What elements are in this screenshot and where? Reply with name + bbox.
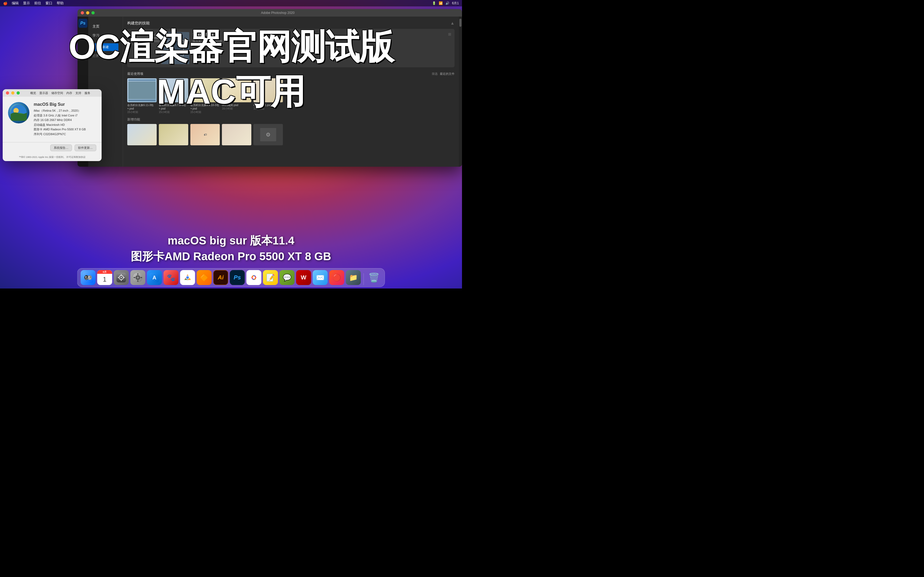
svg-rect-22 [134,277,135,278]
svg-rect-20 [137,273,139,275]
nf-icon: ⚙ [266,131,271,138]
section-title: 构建您的技能 [127,21,150,26]
calendar-day: 1 [103,276,107,283]
scroll-indicator[interactable] [459,19,462,27]
ai-label: Ai [218,274,224,281]
menu-help[interactable]: 帮助 [57,1,64,6]
dock-wechat[interactable]: 💬 [279,270,295,285]
ps-new-function-section: 新增功能 🏷 ⚙ [127,117,454,145]
app1-icon: 🔴 [333,274,341,282]
svg-text:A: A [152,275,156,280]
dock-paw[interactable]: 🐾 [164,270,179,285]
dock-notes[interactable]: 📝 [263,270,278,285]
menu-edit[interactable]: 编辑 [12,1,19,6]
cal-day-area: 1 [103,274,107,285]
dock: 6月 1 [77,268,385,287]
nf-thumb-5: ⚙ [254,124,283,145]
svg-point-39 [253,276,255,279]
mac-startup: 启动磁盘 Macintosh HD [34,122,96,127]
nf-dark-thumb: ⚙ [260,128,276,141]
nf-thumb-1 [127,124,157,145]
wechat-icon: 💬 [283,274,291,282]
wifi-icon: 📶 [439,2,443,5]
calendar-month: 6月 [103,270,107,274]
dock-finder[interactable] [81,270,96,285]
dock-divider [363,273,364,285]
ps-maximize-button[interactable] [91,11,95,15]
apple-menu[interactable]: 🍎 [3,2,8,5]
dock-wps[interactable]: W [296,270,311,285]
dock-settings[interactable] [131,270,145,285]
svg-point-19 [137,276,139,279]
date-time: 6月1 [452,1,459,6]
system-report-button[interactable]: 系统报告… [50,145,72,151]
title-overlay: OC渲染器官网测试版 MAC可用 [5,28,457,116]
trash-icon: 🗑️ [368,272,380,283]
software-update-button[interactable]: 软件更新… [74,145,96,151]
ps-right-panel [459,16,462,167]
dock-mail[interactable]: ✉️ [313,270,328,285]
menu-window[interactable]: 窗口 [45,1,52,6]
dock-files[interactable]: 📁 [346,270,361,285]
svg-point-8 [86,277,87,277]
paw-icon: 🐾 [167,274,175,282]
ps-titlebar: Adobe Photoshop 2020 [78,9,462,16]
window-footer: 系统报告… 软件更新… [3,142,102,155]
nf-thumb-4 [222,124,251,145]
svg-point-9 [89,277,90,277]
mac-graphics: 图形卡 AMD Radeon Pro 5500 XT 8 GB [34,127,96,132]
dock-photos[interactable] [247,270,262,285]
copyright: ™和© 1983-2021 Apple Inc.保留一切权利。 许可证和附加协议 [3,155,102,161]
dock-calendar[interactable]: 6月 1 [97,270,112,285]
dock-launchpad[interactable] [114,270,129,285]
nf-thumb-2 [159,124,188,145]
ps-close-button[interactable] [81,11,84,15]
svg-point-29 [186,276,189,279]
bottom-line1: macOS big sur 版本11.4 [0,233,462,249]
cal-month-bar: 6月 [97,270,112,274]
battery-icon: 🔋 [432,2,436,5]
dock-wangwang[interactable]: 🔶 [197,270,212,285]
title-line2: MAC可用 [5,69,457,116]
ps-minimize-button[interactable] [86,11,89,15]
ps-label: Ps [234,274,241,281]
mac-memory: 内存 16 GB 2667 MHz DDR4 [34,118,96,122]
bottom-line2: 图形卡AMD Radeon Pro 5500 XT 8 GB [0,249,462,264]
dock-ps[interactable]: Ps [230,270,245,285]
dock-app1[interactable]: 🔴 [330,270,344,285]
main-content: OC渲染器官网测试版 MAC可用 概览 显示器 储存空间 内存 支持 服务 [0,6,462,288]
wangwang-icon: 🔶 [200,274,208,282]
sound-icon: 🔊 [446,2,449,5]
menubar: 🍎 编辑 显示 前往 窗口 帮助 🔋 📶 🔊 6月1 [0,0,462,6]
svg-rect-23 [141,277,142,278]
menubar-right: 🔋 📶 🔊 6月1 [432,1,459,6]
nf-thumb-label: 🏷 [191,124,220,145]
wps-icon: W [301,274,306,281]
dock-appstore[interactable]: A [147,270,162,285]
ps-app-icon: Ps [78,19,87,28]
menu-view[interactable]: 显示 [23,1,30,6]
mail-icon: ✉️ [316,274,325,282]
menu-goto[interactable]: 前往 [34,1,41,6]
new-function-label: 新增功能 [127,117,454,122]
nf-thumb-3: 🏷 [191,124,220,145]
files-icon: 📁 [349,274,358,282]
title-line1: OC渲染器官网测试版 [5,28,457,66]
dock-chrome[interactable] [180,270,195,285]
notes-icon: 📝 [266,274,275,282]
new-function-thumbs: 🏷 ⚙ [127,124,454,145]
svg-rect-21 [137,280,139,282]
dock-ai[interactable]: Ai [213,270,228,285]
svg-point-5 [88,275,92,280]
dock-trash[interactable]: 🗑️ [367,270,381,285]
ps-title: Adobe Photoshop 2020 [97,11,459,15]
bottom-info: macOS big sur 版本11.4 图形卡AMD Radeon Pro 5… [0,233,462,264]
ps-section-header: 构建您的技能 ▲ [127,21,454,26]
menubar-left: 🍎 编辑 显示 前往 窗口 帮助 [3,1,64,6]
svg-point-12 [121,277,122,278]
mac-serial: 序列号 C02D84G2PN7C [34,132,96,137]
collapse-icon[interactable]: ▲ [450,21,454,26]
